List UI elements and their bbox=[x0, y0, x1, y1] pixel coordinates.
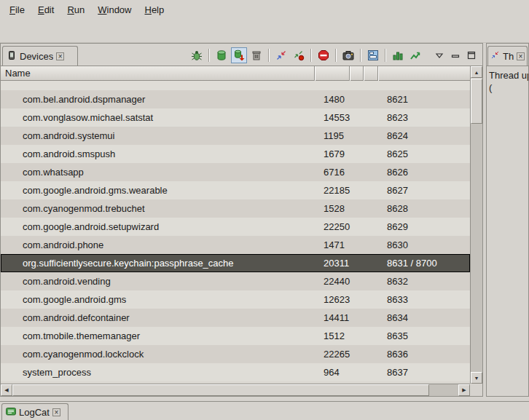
stop-process-icon[interactable] bbox=[316, 47, 332, 63]
threads-message-line1: Thread up bbox=[489, 69, 526, 82]
table-row[interactable]: com.cyanogenmod.trebuchet 1528 8628 bbox=[1, 199, 470, 218]
process-port: 8629 bbox=[377, 221, 470, 232]
column-divider[interactable] bbox=[377, 66, 379, 81]
table-row[interactable]: com.cyanogenmod.lockclock 22265 8636 bbox=[1, 345, 470, 363]
table-row[interactable]: com.whatsapp 6716 8626 bbox=[1, 163, 470, 181]
scroll-left-button[interactable]: ◀ bbox=[1, 384, 12, 396]
screen-capture-icon[interactable] bbox=[340, 47, 356, 63]
process-name: com.google.android.gms.wearable bbox=[1, 185, 314, 196]
process-pid: 1679 bbox=[314, 148, 349, 159]
table-row[interactable]: com.android.smspush 1679 8625 bbox=[1, 145, 470, 163]
process-port: 8625 bbox=[377, 148, 470, 159]
process-pid: 6716 bbox=[314, 167, 349, 178]
table-row[interactable]: com.google.android.setupwizard 22250 862… bbox=[1, 218, 470, 236]
scroll-down-button[interactable]: ▼ bbox=[471, 372, 482, 384]
process-name: com.cyanogenmod.trebuchet bbox=[1, 203, 314, 214]
process-name: com.android.systemui bbox=[1, 130, 314, 141]
table-row-partial[interactable] bbox=[1, 81, 470, 90]
debug-process-icon[interactable] bbox=[189, 47, 205, 63]
minimize-icon[interactable] bbox=[449, 49, 462, 62]
table-column-header: Name bbox=[1, 66, 470, 81]
process-name: com.android.smspush bbox=[1, 148, 314, 159]
toolbar-separator bbox=[310, 49, 312, 62]
process-port: 8635 bbox=[377, 330, 470, 341]
scroll-up-button[interactable]: ▲ bbox=[471, 66, 482, 78]
vertical-scrollbar[interactable]: ▲ ▼ bbox=[470, 66, 482, 384]
process-name: com.bel.android.dspmanager bbox=[1, 94, 314, 105]
close-icon[interactable] bbox=[52, 408, 60, 416]
horizontal-scrollbar[interactable]: ◀ ▶ bbox=[1, 384, 470, 396]
toolbar-separator bbox=[360, 49, 361, 62]
table-row[interactable]: com.google.android.gms.wearable 22185 86… bbox=[1, 181, 470, 199]
menu-file[interactable]: File bbox=[3, 1, 31, 18]
update-threads-icon[interactable] bbox=[273, 47, 289, 63]
table-row[interactable]: org.sufficientlysecure.keychain:passphra… bbox=[1, 254, 470, 272]
column-divider[interactable] bbox=[363, 66, 364, 81]
process-name: com.cyanogenmod.lockclock bbox=[1, 349, 314, 360]
threads-icon bbox=[490, 50, 500, 62]
table-row[interactable]: com.android.defcontainer 14411 8634 bbox=[1, 309, 470, 327]
process-pid: 22185 bbox=[314, 185, 349, 196]
menu-window[interactable]: Window bbox=[91, 1, 138, 18]
network-stats-icon[interactable] bbox=[407, 47, 423, 63]
column-name[interactable]: Name bbox=[1, 68, 314, 79]
cause-gc-icon[interactable] bbox=[248, 47, 264, 63]
process-port: 8637 bbox=[377, 367, 470, 378]
vertical-scroll-thumb[interactable] bbox=[471, 79, 482, 124]
process-name: com.google.android.setupwizard bbox=[1, 221, 314, 232]
allocation-tracker-icon[interactable] bbox=[390, 47, 406, 63]
toolbar-separator bbox=[208, 49, 210, 62]
process-pid: 20311 bbox=[314, 258, 349, 269]
view-menu-icon[interactable] bbox=[433, 49, 446, 62]
tab-logcat-label: LogCat bbox=[19, 407, 50, 418]
process-port: 8631 / 8700 bbox=[377, 258, 470, 269]
tab-logcat[interactable]: LogCat bbox=[1, 403, 68, 420]
table-row[interactable]: com.android.vending 22440 8632 bbox=[1, 272, 470, 290]
table-row[interactable]: com.vonglasow.michael.satstat 14553 8623 bbox=[1, 108, 470, 127]
table-row[interactable]: com.bel.android.dspmanager 1480 8621 bbox=[1, 90, 470, 108]
menu-run[interactable]: Run bbox=[60, 1, 91, 18]
process-pid: 22250 bbox=[314, 221, 349, 232]
process-table: com.bel.android.dspmanager 1480 8621 com… bbox=[1, 81, 470, 384]
threads-view: Threads Thread up ( bbox=[486, 43, 529, 397]
process-port: 8630 bbox=[377, 239, 470, 250]
process-name: system_process bbox=[1, 367, 314, 378]
process-port: 8626 bbox=[377, 167, 470, 178]
close-icon[interactable] bbox=[56, 52, 64, 60]
hierarchy-view-icon[interactable] bbox=[365, 47, 381, 63]
tab-threads-label: Threads bbox=[503, 51, 514, 62]
method-profiling-icon[interactable] bbox=[291, 47, 307, 63]
menu-help[interactable]: Help bbox=[138, 1, 171, 18]
menubar: File Edit Run Window Help bbox=[0, 0, 529, 19]
process-pid: 1512 bbox=[314, 330, 349, 341]
process-port: 8623 bbox=[377, 112, 470, 123]
table-row[interactable]: system_process 964 8637 bbox=[1, 363, 470, 381]
process-name: com.android.defcontainer bbox=[1, 312, 314, 323]
column-divider[interactable] bbox=[349, 66, 350, 81]
tab-threads[interactable]: Threads bbox=[487, 46, 528, 66]
process-pid: 14411 bbox=[314, 312, 349, 323]
threads-message-line2: ( bbox=[489, 82, 526, 94]
menu-edit[interactable]: Edit bbox=[31, 1, 60, 18]
close-icon[interactable] bbox=[517, 52, 525, 60]
update-heap-icon[interactable] bbox=[213, 47, 230, 63]
main-toolbar-strip bbox=[0, 19, 529, 43]
process-table-body: com.bel.android.dspmanager 1480 8621 com… bbox=[1, 90, 470, 381]
tab-devices[interactable]: Devices bbox=[2, 46, 78, 66]
process-pid: 1195 bbox=[314, 130, 349, 141]
table-row[interactable]: com.android.phone 1471 8630 bbox=[1, 236, 470, 254]
dump-hprof-icon[interactable] bbox=[231, 47, 247, 63]
process-pid: 14553 bbox=[314, 112, 349, 123]
logcat-view-strip: LogCat bbox=[0, 401, 529, 420]
table-row[interactable]: com.google.android.gms 12623 8633 bbox=[1, 290, 470, 309]
horizontal-scroll-thumb[interactable] bbox=[12, 384, 429, 396]
table-row[interactable]: com.android.systemui 1195 8624 bbox=[1, 127, 470, 145]
maximize-icon[interactable] bbox=[465, 49, 478, 62]
scroll-right-button[interactable]: ▶ bbox=[458, 384, 470, 396]
ddms-window: File Edit Run Window Help Devices bbox=[0, 0, 529, 420]
column-divider[interactable] bbox=[314, 66, 316, 81]
process-port: 8633 bbox=[377, 294, 470, 305]
toolbar-separator bbox=[335, 49, 337, 62]
table-row[interactable]: com.tmobile.thememanager 1512 8635 bbox=[1, 327, 470, 345]
process-name: com.android.vending bbox=[1, 276, 314, 287]
